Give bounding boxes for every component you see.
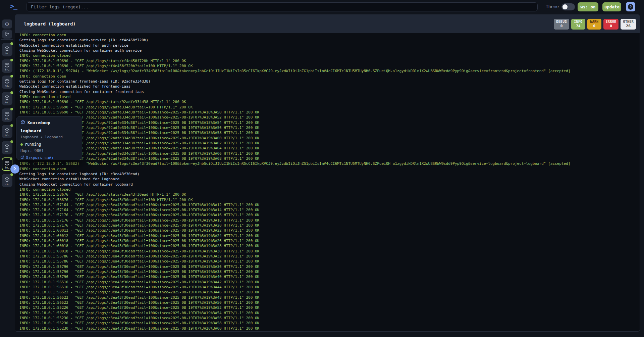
cube-icon bbox=[2, 79, 12, 84]
status-badge[interactable]: ERROR0 bbox=[603, 19, 619, 30]
badge-label: ERROR bbox=[606, 20, 616, 23]
container-label: re… bbox=[2, 134, 12, 137]
log-line: INFO: 172.18.0.1:60018 - "GET /api/logs/… bbox=[19, 243, 640, 248]
container-label: po… bbox=[2, 117, 12, 120]
log-line: INFO: 172.18.0.1:59690 - "GET /api/logs/… bbox=[19, 146, 640, 151]
log-line: INFO: 172.18.0.1:55786 - "GET /api/logs/… bbox=[19, 254, 640, 259]
container-status-dot bbox=[10, 59, 13, 61]
log-line: INFO: 172.18.0.1:58676 - "GET /api/logs/… bbox=[19, 192, 640, 197]
log-line: INFO: 172.18.0.1:56522 - "GET /api/logs/… bbox=[19, 300, 640, 305]
log-lines: INFO: connection openGetting logs for co… bbox=[19, 33, 640, 331]
log-line: INFO: 172.18.0.1:56510 - "GET /api/logs/… bbox=[19, 285, 640, 290]
badge-label: WARN bbox=[590, 20, 599, 23]
log-line: INFO: 172.18.0.1:59690 - "GET /api/logs/… bbox=[19, 115, 640, 120]
status-badge[interactable]: DEBUG0 bbox=[554, 19, 569, 30]
settings-button[interactable]: ⚙ bbox=[2, 19, 12, 29]
log-line: WebSocket connection established for aut… bbox=[19, 43, 640, 48]
log-line: INFO: 172.18.0.1:59690 - "GET /api/logs/… bbox=[19, 105, 640, 110]
log-area[interactable]: INFO: connection openGetting logs for co… bbox=[15, 33, 640, 331]
open-site-link[interactable]: Открыть сайт bbox=[20, 155, 78, 160]
cube-icon bbox=[2, 111, 12, 117]
question-mark-icon: ? bbox=[628, 4, 633, 10]
log-line: INFO: 172.18.0.1:60018 - "GET /api/logs/… bbox=[19, 249, 640, 254]
sidebar-item-container[interactable]: zo… bbox=[2, 141, 12, 154]
log-line: INFO: 172.18.0.1:59690 - "GET /api/logs/… bbox=[19, 130, 640, 135]
cube-icon bbox=[2, 62, 12, 68]
status-badges: DEBUG0INFO74WARN0ERROR0OTHER26 bbox=[554, 19, 636, 30]
app-logo-terminal-icon: >_ bbox=[10, 2, 17, 10]
container-label: us… bbox=[2, 183, 12, 186]
log-line: INFO: 172.18.0.1:55796 - "GET /api/logs/… bbox=[19, 274, 640, 279]
log-panel: logboard (logboard) DEBUG0INFO74WARN0ERR… bbox=[15, 14, 640, 332]
log-line: INFO: 172.18.0.1:59690 - "GET /api/logs/… bbox=[19, 156, 640, 161]
sidebar-item-container[interactable]: au… bbox=[2, 43, 12, 56]
log-line: INFO: 172.18.0.1:58676 - "GET /api/logs/… bbox=[19, 197, 640, 202]
log-line: INFO: ('172.18.0.1', 58682) - "WebSocket… bbox=[19, 161, 640, 166]
log-line: INFO: 172.18.0.1:59690 - "GET /api/logs/… bbox=[19, 141, 640, 146]
log-line: INFO: 172.18.0.1:59690 - "GET /api/logs/… bbox=[19, 99, 640, 104]
sidebar: ⚙ au…fr…ka…ka…po…re…zo…lo…us… bbox=[0, 13, 14, 337]
logout-icon bbox=[5, 31, 10, 37]
sidebar-expand-button[interactable] bbox=[10, 164, 19, 174]
tooltip-heading: Контейнер bbox=[28, 120, 50, 125]
sidebar-item-container[interactable]: ka… bbox=[2, 76, 12, 89]
cube-icon bbox=[2, 160, 12, 166]
cube-icon bbox=[2, 144, 12, 149]
topbar: >_ Theme ws: on update ? bbox=[0, 0, 644, 13]
sidebar-item-container[interactable]: fr… bbox=[2, 59, 12, 73]
help-button[interactable]: ? bbox=[626, 2, 635, 11]
log-line: INFO: ('172.18.0.1', 59704) - "WebSocket… bbox=[19, 68, 640, 74]
log-line: INFO: 172.18.0.1:56522 - "GET /api/logs/… bbox=[19, 295, 640, 300]
tooltip-port: Порт: 9001 bbox=[20, 148, 78, 153]
badge-label: INFO bbox=[574, 20, 583, 23]
logout-button[interactable] bbox=[2, 30, 12, 39]
sidebar-item-container[interactable]: re… bbox=[2, 125, 12, 138]
status-badge[interactable]: INFO74 bbox=[571, 19, 585, 30]
container-label: ka… bbox=[2, 84, 12, 87]
sidebar-item-container[interactable]: po… bbox=[2, 108, 12, 122]
log-line: INFO: 172.18.0.1:57176 - "GET /api/logs/… bbox=[19, 218, 640, 223]
container-status-dot bbox=[10, 157, 12, 160]
sidebar-item-container[interactable]: ka… bbox=[2, 92, 12, 105]
log-line: INFO: 172.18.0.1:59690 - "GET /api/logs/… bbox=[19, 58, 640, 63]
container-status-dot bbox=[10, 173, 13, 176]
tooltip-status: running bbox=[25, 142, 41, 147]
container-label: zo… bbox=[2, 150, 12, 153]
badge-count: 74 bbox=[574, 24, 583, 28]
page-title: logboard (logboard) bbox=[24, 15, 75, 33]
log-line: WebSocket connection established for fro… bbox=[19, 84, 640, 89]
theme-toggle[interactable] bbox=[561, 3, 575, 10]
log-line: INFO: 172.18.0.1:55230 - "GET /api/logs/… bbox=[19, 316, 640, 321]
log-line: INFO: 172.18.0.1:56510 - "GET /api/logs/… bbox=[19, 280, 640, 285]
log-line: INFO: 172.18.0.1:59690 - "GET /api/logs/… bbox=[19, 110, 640, 115]
log-line: INFO: 172.18.0.1:59690 - "GET /api/logs/… bbox=[19, 136, 640, 141]
chevron-right-icon bbox=[13, 166, 17, 172]
container-label: au… bbox=[2, 52, 12, 55]
status-badge[interactable]: WARN0 bbox=[587, 19, 601, 30]
ws-status-button[interactable]: ws: on bbox=[578, 2, 598, 11]
log-line: INFO: 172.18.0.1:55796 - "GET /api/logs/… bbox=[19, 264, 640, 269]
filter-logs-input[interactable] bbox=[26, 2, 538, 11]
log-line: INFO: 172.18.0.1:59690 - "GET /api/logs/… bbox=[19, 63, 640, 68]
log-line: INFO: 172.18.0.1:60012 - "GET /api/logs/… bbox=[19, 228, 640, 233]
cube-icon bbox=[2, 95, 12, 100]
open-site-label: Открыть сайт bbox=[26, 155, 54, 160]
tooltip-container-name: logboard bbox=[20, 128, 78, 133]
sidebar-item-container[interactable]: us… bbox=[2, 174, 12, 187]
log-line: WebSocket connection established for log… bbox=[19, 177, 640, 182]
badge-label: OTHER bbox=[623, 20, 634, 23]
update-button[interactable]: update bbox=[602, 2, 621, 11]
theme-label: Theme bbox=[546, 4, 559, 9]
external-link-icon bbox=[20, 155, 24, 160]
tooltip-subtitle: logboard • logboard bbox=[20, 135, 78, 139]
container-label: ka… bbox=[2, 101, 12, 104]
log-line: INFO: connection closed bbox=[19, 187, 640, 192]
container-status-dot bbox=[10, 124, 13, 127]
status-badge[interactable]: OTHER26 bbox=[621, 19, 636, 30]
log-line: INFO: 172.18.0.1:57164 - "GET /api/logs/… bbox=[19, 202, 640, 207]
log-line: INFO: 172.18.0.1:59690 - "GET /api/logs/… bbox=[19, 151, 640, 156]
theme-toggle-knob bbox=[562, 4, 568, 9]
cube-icon bbox=[20, 120, 25, 126]
container-status-dot bbox=[10, 140, 13, 143]
log-line: INFO: 172.18.0.1:59690 - "GET /api/logs/… bbox=[19, 125, 640, 130]
